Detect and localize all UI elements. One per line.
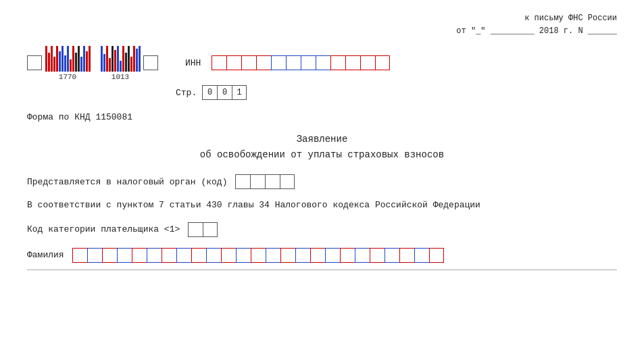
page: к письму ФНС России от "_" _________ 201… — [0, 0, 644, 358]
familiya-label: Фамилия — [27, 250, 64, 260]
str-row: Стр. 001 — [176, 85, 617, 100]
inn-section: ИНН — [185, 55, 390, 70]
wide-paragraph: В соответствии с пунктом 7 статьи 430 гл… — [27, 199, 617, 213]
cell-23 — [414, 248, 429, 263]
cell-19 — [355, 248, 370, 263]
barcode-lines-2 — [100, 45, 141, 72]
familiya-cells — [72, 248, 444, 263]
cell-5 — [147, 248, 162, 263]
barcode-line — [109, 58, 111, 72]
barcode-line — [89, 46, 91, 72]
barcode-line — [139, 46, 141, 72]
cell-3 — [280, 174, 295, 189]
reference-line1: к письму ФНС России — [27, 12, 617, 25]
barcode-line — [59, 51, 61, 72]
barcode-area: 1770 — [27, 45, 158, 81]
kodKategorii-label: Код категории плательщика <1> — [27, 224, 180, 234]
cell-13 — [266, 248, 280, 263]
cell-24 — [429, 248, 444, 263]
barcode-line — [64, 55, 66, 72]
barcode-line — [114, 50, 116, 72]
barcode-line — [86, 51, 88, 72]
kodKategorii-row: Код категории плательщика <1> — [27, 222, 617, 237]
barcode-box-left — [27, 55, 42, 70]
cell-16 — [310, 248, 325, 263]
title-line2: об освобождении от уплаты страховых взно… — [27, 147, 617, 162]
barcode-line — [136, 49, 138, 72]
cell-0 — [212, 55, 226, 70]
barcode-line — [120, 61, 122, 72]
barcode-line — [122, 46, 124, 72]
cell-11 — [375, 55, 390, 70]
barcode-line — [130, 57, 132, 72]
cell-14 — [280, 248, 295, 263]
cell-7 — [176, 248, 191, 263]
nalogovyOrgan-row: Представляется в налоговый орган (код) — [27, 174, 617, 189]
cell-9 — [206, 248, 221, 263]
inn-cells — [212, 55, 390, 70]
cell-0 — [72, 248, 87, 263]
barcode-line — [106, 46, 108, 72]
cell-1 — [203, 222, 218, 237]
bottom-divider — [27, 270, 617, 270]
barcode-line — [61, 46, 64, 72]
barcode-line — [80, 57, 82, 72]
cell-4 — [132, 248, 147, 263]
cell-12 — [251, 248, 266, 263]
barcode-line — [56, 46, 58, 72]
form-knd: Форма по КНД 1150081 — [27, 112, 617, 122]
cell-0 — [235, 174, 250, 189]
barcode-line — [83, 46, 85, 72]
barcode-line — [45, 46, 47, 72]
barcode-lines-1 — [45, 45, 91, 72]
top-right-reference: к письму ФНС России от "_" _________ 201… — [27, 12, 617, 38]
cell-2: 1 — [232, 85, 247, 100]
cell-11 — [236, 248, 251, 263]
barcode-line — [70, 59, 72, 72]
nalogovyOrgan-label: Представляется в налоговый орган (код) — [27, 177, 227, 187]
reference-line2: от "_" _________ 2018 г. N ______ — [27, 25, 617, 38]
cell-15 — [295, 248, 310, 263]
cell-17 — [325, 248, 340, 263]
cell-2 — [241, 55, 256, 70]
barcode-line — [48, 53, 50, 72]
cell-2 — [102, 248, 117, 263]
cell-6 — [162, 248, 176, 263]
kodKategorii-cells — [188, 222, 218, 237]
cell-6 — [301, 55, 316, 70]
barcode-number-2: 1013 — [112, 73, 129, 81]
familiya-row: Фамилия — [27, 248, 617, 263]
barcode-line — [117, 46, 119, 72]
barcode-number-1: 1770 — [59, 73, 76, 81]
cell-1: 0 — [217, 85, 232, 100]
barcode-line — [53, 57, 55, 72]
cell-5 — [286, 55, 301, 70]
barcode-line — [128, 46, 130, 72]
cell-1 — [226, 55, 241, 70]
cell-9 — [345, 55, 360, 70]
barcode-line — [103, 54, 105, 72]
inn-label: ИНН — [185, 58, 201, 68]
barcode-line — [78, 46, 80, 72]
nalogovyOrgan-cells — [235, 174, 295, 189]
barcode-line — [112, 46, 114, 72]
title-line1: Заявление — [27, 132, 617, 147]
cell-21 — [385, 248, 399, 263]
barcode-line — [67, 46, 69, 72]
cell-2 — [265, 174, 280, 189]
barcode-line — [51, 46, 53, 72]
cell-0 — [188, 222, 203, 237]
barcode-box-right — [143, 55, 158, 70]
barcode-line — [101, 46, 103, 72]
title-block: Заявление об освобождении от уплаты стра… — [27, 132, 617, 162]
cell-10 — [360, 55, 375, 70]
cell-3 — [117, 248, 132, 263]
header-row: 1770 — [27, 45, 617, 81]
barcode-line — [133, 46, 135, 72]
cell-3 — [256, 55, 271, 70]
cell-4 — [271, 55, 286, 70]
barcode-line — [125, 53, 127, 72]
cell-1 — [87, 248, 102, 263]
cell-18 — [340, 248, 355, 263]
cell-20 — [370, 248, 385, 263]
